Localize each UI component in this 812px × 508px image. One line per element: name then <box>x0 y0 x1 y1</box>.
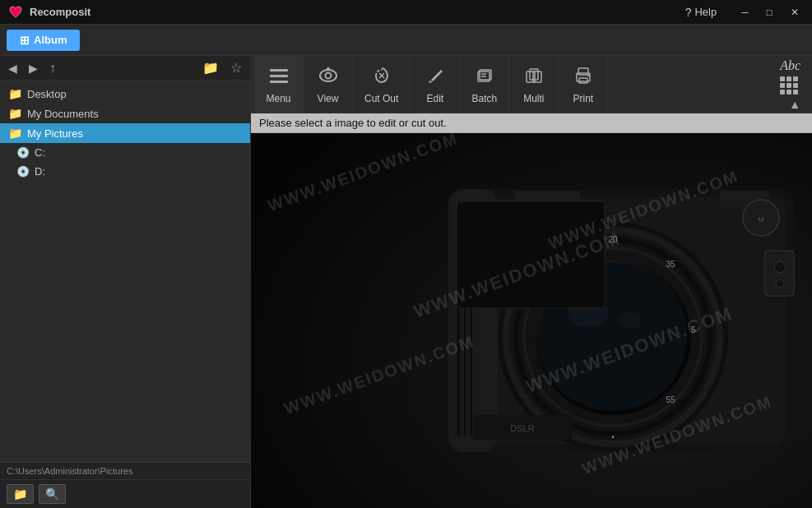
svg-rect-1 <box>270 69 288 72</box>
help-icon: ? <box>685 6 692 19</box>
image-area: 20 35 15 55 • M <box>251 133 812 508</box>
sidebar-bottom-bar: 📁 🔍 <box>0 479 250 508</box>
up-button[interactable]: ↑ <box>45 59 60 77</box>
sidebar: ◀ ▶ ↑ 📁 ☆ 📁 Desktop 📁 My Documents 📁 My … <box>0 56 251 508</box>
svg-point-5 <box>325 72 331 78</box>
title-left: Recomposit <box>7 3 90 21</box>
folder-icon: 📁 <box>8 107 22 120</box>
album-label: Album <box>34 34 67 46</box>
menu-icon <box>268 65 290 90</box>
menu-label: Menu <box>266 93 290 104</box>
svg-rect-12 <box>530 69 538 80</box>
batch-icon <box>474 65 495 90</box>
restore-button[interactable]: □ <box>760 5 779 20</box>
sidebar-item-label: My Pictures <box>27 127 83 140</box>
search-button[interactable]: 🔍 <box>39 484 66 504</box>
svg-point-40 <box>617 312 642 329</box>
title-controls: ? Help ─ □ ✕ <box>680 4 805 21</box>
sidebar-item-label: Desktop <box>27 88 67 100</box>
toolbar-edit[interactable]: Edit <box>411 56 460 113</box>
toolbar-view[interactable]: View <box>304 56 353 113</box>
forward-button[interactable]: ▶ <box>25 60 42 76</box>
batch-label: Batch <box>472 93 498 104</box>
svg-text:•: • <box>611 432 615 441</box>
sidebar-item-desktop[interactable]: 📁 Desktop <box>0 84 250 104</box>
help-button[interactable]: ? Help <box>680 4 722 21</box>
sidebar-item-drive-d[interactable]: 💿 D: <box>0 162 250 181</box>
svg-text:35: 35 <box>666 260 675 269</box>
sidebar-item-drive-c[interactable]: 💿 C: <box>0 143 250 162</box>
svg-rect-14 <box>578 68 588 75</box>
back-button[interactable]: ◀ <box>4 60 21 76</box>
app-title-text: Recomposit <box>30 6 90 18</box>
cutout-label: Cut Out <box>364 93 398 104</box>
print-icon <box>573 65 594 90</box>
help-label: Help <box>694 6 717 18</box>
toolbar-batch[interactable]: Batch <box>460 56 509 113</box>
svg-text:M: M <box>758 215 764 224</box>
album-bar: ⊞ Album <box>0 25 812 56</box>
new-folder-button[interactable]: 📁 <box>198 58 223 77</box>
folder-icon: 📁 <box>8 127 22 140</box>
toolbar-right-panel: Abc ▲ <box>772 56 809 113</box>
folder-icon: 📁 <box>8 87 22 100</box>
sidebar-status-path: C:\Users\Administrator\Pictures <box>0 462 250 479</box>
edit-icon <box>425 65 446 90</box>
sidebar-item-my-documents[interactable]: 📁 My Documents <box>0 104 250 123</box>
drive-icon: 💿 <box>16 165 30 178</box>
sidebar-item-label: C: <box>35 146 45 159</box>
multi-label: Multi <box>523 93 544 104</box>
sidebar-item-my-pictures[interactable]: 📁 My Pictures <box>0 123 250 143</box>
svg-point-46 <box>774 261 786 273</box>
svg-rect-3 <box>270 81 288 83</box>
svg-rect-2 <box>270 75 288 77</box>
svg-rect-45 <box>765 251 794 296</box>
main-toolbar: Menu View <box>251 56 812 113</box>
print-label: Print <box>573 93 594 104</box>
toolbar-multi[interactable]: Multi <box>509 56 559 113</box>
app-logo-icon <box>7 3 25 21</box>
svg-point-4 <box>320 70 336 81</box>
text-mode-icon[interactable]: Abc <box>780 58 800 73</box>
view-label: View <box>318 93 339 104</box>
sidebar-item-label: My Documents <box>27 108 99 120</box>
svg-rect-17 <box>587 75 589 76</box>
album-button[interactable]: ⊞ Album <box>7 30 80 51</box>
cutout-icon <box>371 65 392 90</box>
sidebar-tree: 📁 Desktop 📁 My Documents 📁 My Pictures 💿… <box>0 81 250 462</box>
main-layout: ◀ ▶ ↑ 📁 ☆ 📁 Desktop 📁 My Documents 📁 My … <box>0 56 812 508</box>
toolbar-menu[interactable]: Menu <box>254 56 304 113</box>
svg-text:55: 55 <box>666 395 675 404</box>
toolbar-cutout[interactable]: Cut Out <box>353 56 411 113</box>
sidebar-toolbar: ◀ ▶ ↑ 📁 ☆ <box>0 56 250 81</box>
browse-folder-button[interactable]: 📁 <box>7 484 34 504</box>
sidebar-item-label: D: <box>35 165 45 178</box>
svg-text:DSLR: DSLR <box>510 423 534 433</box>
bookmark-button[interactable]: ☆ <box>226 58 246 77</box>
svg-text:20: 20 <box>608 235 618 244</box>
grid-view-icon[interactable] <box>780 76 800 95</box>
titlebar: Recomposit ? Help ─ □ ✕ <box>0 0 812 25</box>
svg-rect-16 <box>579 78 587 83</box>
camera-background: 20 35 15 55 • M <box>251 133 812 508</box>
scroll-up-icon[interactable]: ▲ <box>780 98 800 111</box>
drive-icon: 💿 <box>16 146 30 159</box>
edit-label: Edit <box>427 93 444 104</box>
minimize-button[interactable]: ─ <box>735 5 755 20</box>
svg-rect-50 <box>457 201 605 308</box>
right-panel: Menu View <box>251 56 812 508</box>
close-button[interactable]: ✕ <box>784 5 805 20</box>
album-icon: ⊞ <box>20 34 30 47</box>
view-icon <box>318 65 339 90</box>
toolbar-print[interactable]: Print <box>559 56 608 113</box>
notification-bar: Please select a image to edit or cut out… <box>251 113 812 133</box>
svg-point-47 <box>776 279 784 288</box>
multi-icon <box>523 65 545 90</box>
camera-image: 20 35 15 55 • M <box>251 133 812 508</box>
